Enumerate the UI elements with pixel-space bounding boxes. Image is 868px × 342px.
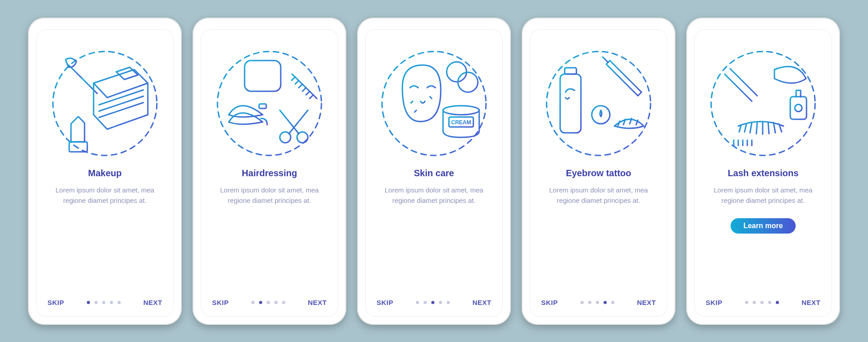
screen-description: Lorem ipsum dolor sit amet, mea regione … (709, 185, 817, 206)
dot (588, 301, 591, 304)
dot (102, 301, 105, 304)
dot (431, 301, 434, 304)
phone-mockup: CREAM Skin care Lorem ipsum dolor sit am… (357, 18, 511, 325)
svg-rect-18 (790, 97, 807, 119)
page-indicator (745, 301, 779, 304)
dot (274, 301, 278, 304)
eyebrow-tattoo-icon (542, 47, 655, 160)
dot (611, 301, 614, 304)
screen-title: Hairdressing (242, 168, 297, 178)
onboarding-screen-makeup: Makeup Lorem ipsum dolor sit amet, mea r… (36, 29, 174, 317)
onboarding-screen-skincare: CREAM Skin care Lorem ipsum dolor sit am… (365, 29, 503, 317)
screen-title: Eyebrow tattoo (566, 168, 631, 178)
dot (596, 301, 599, 304)
dot (604, 301, 607, 304)
makeup-icon (48, 47, 161, 160)
svg-point-7 (382, 52, 486, 155)
dot (745, 301, 748, 304)
screen-description: Lorem ipsum dolor sit amet, mea regione … (380, 185, 488, 206)
svg-point-10 (443, 106, 479, 115)
phone-mockup: Hairdressing Lorem ipsum dolor sit amet,… (193, 18, 346, 325)
learn-more-button[interactable]: Learn more (731, 218, 795, 234)
screen-description: Lorem ipsum dolor sit amet, mea regione … (215, 185, 324, 206)
next-button[interactable]: NEXT (472, 299, 491, 306)
dot (110, 301, 113, 304)
dot (776, 301, 779, 304)
svg-rect-14 (560, 74, 581, 133)
onboarding-screen-hairdressing: Hairdressing Lorem ipsum dolor sit amet,… (201, 29, 338, 317)
skip-button[interactable]: SKIP (706, 299, 722, 306)
dot (760, 301, 764, 304)
dot (424, 301, 427, 304)
svg-rect-15 (565, 68, 576, 74)
page-indicator (580, 301, 614, 304)
dot (753, 301, 756, 304)
svg-text:CREAM: CREAM (451, 119, 471, 126)
svg-point-13 (547, 52, 651, 155)
onboarding-footer: SKIP NEXT (47, 299, 162, 306)
next-button[interactable]: NEXT (308, 299, 327, 306)
page-indicator (251, 301, 285, 304)
screen-title: Lash extensions (728, 168, 799, 178)
lash-extensions-icon (707, 47, 820, 160)
dot (282, 301, 285, 304)
phone-mockup: Eyebrow tattoo Lorem ipsum dolor sit ame… (522, 18, 675, 325)
page-indicator (416, 301, 450, 304)
page-indicator (87, 301, 121, 304)
phone-mockup: Makeup Lorem ipsum dolor sit amet, mea r… (28, 18, 182, 325)
dot (580, 301, 584, 304)
hairdressing-icon (213, 47, 326, 160)
onboarding-footer: SKIP NEXT (541, 299, 656, 306)
dot (118, 301, 121, 304)
skincare-icon: CREAM (377, 47, 491, 160)
skip-button[interactable]: SKIP (212, 299, 229, 306)
next-button[interactable]: NEXT (637, 299, 656, 306)
dot (768, 301, 771, 304)
svg-point-9 (458, 72, 478, 92)
screen-title: Makeup (88, 168, 122, 178)
phone-mockup: Lash extensions Lorem ipsum dolor sit am… (686, 18, 840, 325)
svg-point-16 (592, 106, 610, 124)
svg-point-19 (795, 104, 802, 112)
onboarding-screen-lash-extensions: Lash extensions Lorem ipsum dolor sit am… (694, 29, 832, 317)
svg-point-8 (447, 62, 467, 82)
onboarding-footer: SKIP NEXT (377, 299, 491, 306)
skip-button[interactable]: SKIP (47, 299, 64, 306)
next-button[interactable]: NEXT (802, 299, 821, 306)
dot (439, 301, 442, 304)
svg-rect-4 (259, 104, 266, 108)
dot (87, 301, 90, 304)
next-button[interactable]: NEXT (143, 299, 162, 306)
dot (94, 301, 98, 304)
svg-point-2 (217, 52, 321, 155)
dot (447, 301, 450, 304)
svg-point-17 (711, 52, 815, 155)
onboarding-footer: SKIP NEXT (706, 299, 821, 306)
dot (267, 301, 270, 304)
screen-title: Skin care (414, 168, 454, 178)
dot (259, 301, 262, 304)
svg-rect-3 (245, 61, 281, 91)
onboarding-footer: SKIP NEXT (212, 299, 327, 306)
skip-button[interactable]: SKIP (541, 299, 558, 306)
screen-description: Lorem ipsum dolor sit amet, mea regione … (51, 185, 159, 206)
skip-button[interactable]: SKIP (377, 299, 393, 306)
svg-rect-1 (69, 142, 87, 152)
dot (251, 301, 255, 304)
dot (416, 301, 419, 304)
screen-description: Lorem ipsum dolor sit amet, mea regione … (544, 185, 653, 206)
onboarding-screen-eyebrow-tattoo: Eyebrow tattoo Lorem ipsum dolor sit ame… (530, 29, 667, 317)
